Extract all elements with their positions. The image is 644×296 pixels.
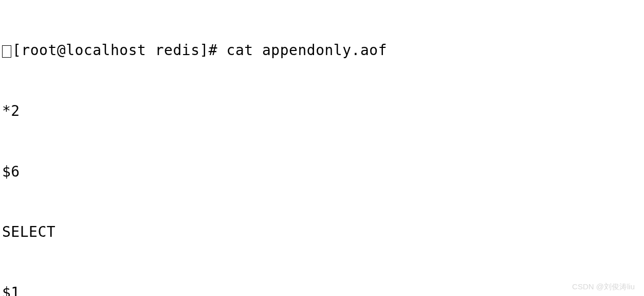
watermark-text: CSDN @刘俊涛liu	[572, 281, 635, 292]
output-line: *2	[2, 101, 642, 121]
terminal-output[interactable]: [root@localhost redis]# cat appendonly.a…	[2, 0, 642, 296]
output-line: SELECT	[2, 222, 642, 242]
output-line: $1	[2, 283, 642, 296]
command-text: cat appendonly.aof	[227, 42, 387, 59]
unknown-glyph-icon	[2, 45, 11, 58]
shell-prompt: [root@localhost redis]#	[12, 42, 227, 59]
output-line: $6	[2, 162, 642, 182]
prompt-line: [root@localhost redis]# cat appendonly.a…	[2, 40, 642, 60]
